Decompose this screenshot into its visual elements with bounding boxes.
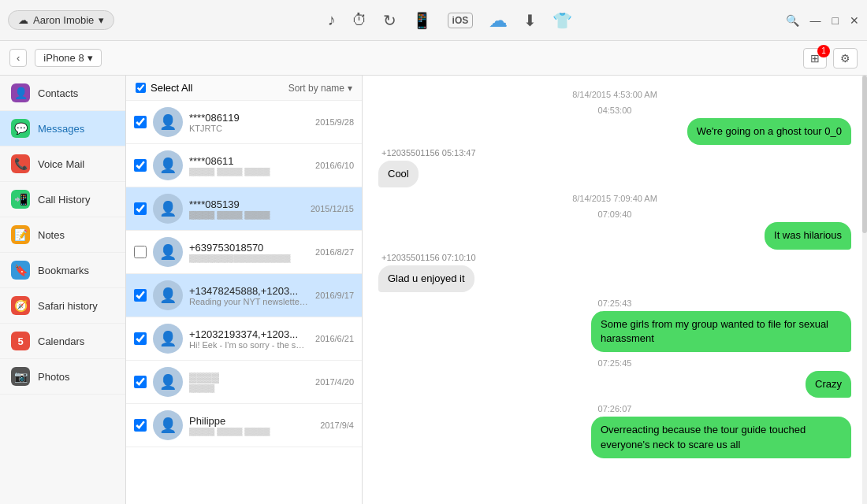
contact-info-4: +639753018570 ▓▓▓▓▓▓▓▓▓▓▓▓▓▓▓▓ [189, 242, 309, 263]
contact-info-3: ****085139 ▓▓▓▓ ▓▓▓▓ ▓▓▓▓ [189, 198, 304, 220]
contact-date-5: 2016/9/17 [315, 291, 354, 300]
cloud-icon[interactable]: ☁ [489, 9, 508, 32]
message-bubble: Some girls from my group wanted to file … [591, 311, 851, 352]
time-label-2: 07:09:40 [378, 209, 851, 219]
message-row: Cool [378, 161, 851, 187]
contact-item[interactable]: 👤 +13478245888,+1203... Reading your NYT… [126, 274, 362, 317]
contact-name-8: Philippe [189, 415, 314, 427]
sidebar-item-safari[interactable]: 🧭 Safari history [0, 288, 125, 324]
contact-checkbox-3[interactable] [134, 202, 147, 215]
title-bar-right: 🔍 — □ ✕ [786, 14, 859, 27]
messages-icon: 💬 [11, 119, 30, 138]
sidebar-item-messages[interactable]: 💬 Messages [0, 111, 125, 146]
date-separator-1: 8/14/2015 4:53:00 AM [378, 90, 851, 99]
contact-checkbox-6[interactable] [134, 332, 147, 345]
message-row: We're going on a ghost tour 0_0 [378, 118, 851, 145]
chat-area: 8/14/2015 4:53:00 AM 04:53:00 We're goin… [363, 76, 867, 504]
contact-items-list: 👤 ****086119 KTJRTC 2015/9/28 👤 ****0861… [126, 101, 362, 504]
contact-item[interactable]: 👤 +12032193374,+1203... Hi! Eek - I'm so… [126, 317, 362, 361]
minimize-button[interactable]: — [810, 14, 821, 27]
message-bubble: Overreacting because the tour guide touc… [591, 417, 851, 458]
contact-item[interactable]: 👤 Philippe ▓▓▓▓ ▓▓▓▓ ▓▓▓▓ 2017/9/4 [126, 404, 362, 447]
message-bubble: Glad u enjoyed it [378, 265, 474, 292]
contact-date-4: 2016/8/27 [315, 247, 354, 257]
download-icon[interactable]: ⬇ [523, 11, 537, 30]
contact-checkbox-8[interactable] [134, 419, 147, 432]
sidebar: 👤 Contacts 💬 Messages 📞 Voice Mail 📲 Cal… [0, 76, 126, 504]
contact-item[interactable]: 👤 ****085139 ▓▓▓▓ ▓▓▓▓ ▓▓▓▓ 2015/12/15 [126, 187, 362, 231]
contact-info-5: +13478245888,+1203... Reading your NYT n… [189, 285, 309, 306]
messages-label: Messages [38, 123, 84, 135]
contact-checkbox-7[interactable] [134, 376, 147, 388]
contact-date-2: 2016/6/10 [315, 161, 354, 170]
sender-label: +12035501156 07:10:10 [378, 253, 851, 262]
message-row: Glad u enjoyed it [378, 265, 851, 292]
sidebar-item-bookmarks[interactable]: 🔖 Bookmarks [0, 253, 125, 288]
contact-list: Select All Sort by name ▾ 👤 ****086119 K… [126, 76, 363, 504]
contact-item[interactable]: 👤 ▓▓▓▓ ▓▓▓▓ 2017/4/20 [126, 361, 362, 404]
sidebar-item-voicemail[interactable]: 📞 Voice Mail [0, 146, 125, 182]
sort-arrow-icon: ▾ [348, 83, 352, 94]
contacts-label: Contacts [38, 87, 78, 99]
history-icon[interactable]: ⏱ [352, 11, 367, 29]
sidebar-item-notes[interactable]: 📝 Notes [0, 217, 125, 253]
contact-checkbox-4[interactable] [134, 246, 147, 258]
sidebar-item-calendars[interactable]: 5 Calendars [0, 324, 125, 359]
toolbar: ‹ iPhone 8 ▾ ⊞ 1 ⚙ [0, 41, 867, 76]
sort-dropdown[interactable]: Sort by name ▾ [288, 83, 352, 94]
contact-item[interactable]: 👤 ****086119 KTJRTC 2015/9/28 [126, 101, 362, 144]
settings-button[interactable]: ⚙ [833, 48, 858, 69]
sidebar-item-contacts[interactable]: 👤 Contacts [0, 76, 125, 111]
tshirt-icon[interactable]: 👕 [553, 11, 572, 30]
date-separator-2: 8/14/2015 7:09:40 AM [378, 194, 851, 203]
contact-checkbox-5[interactable] [134, 289, 147, 302]
scrollbar-thumb[interactable] [862, 76, 867, 233]
search-button[interactable]: 🔍 [786, 14, 799, 27]
bookmarks-icon: 🔖 [11, 261, 30, 280]
contact-date-8: 2017/9/4 [320, 421, 354, 430]
message-bubble: Crazy [806, 371, 851, 398]
avatar-5: 👤 [153, 280, 183, 310]
calendars-icon: 5 [11, 332, 30, 350]
contact-list-header: Select All Sort by name ▾ [126, 76, 362, 101]
contact-preview-4: ▓▓▓▓▓▓▓▓▓▓▓▓▓▓▓▓ [189, 254, 309, 263]
contact-info-1: ****086119 KTJRTC [189, 112, 309, 133]
maximize-button[interactable]: □ [832, 14, 839, 27]
notes-icon: 📝 [11, 225, 30, 244]
scrollbar-track[interactable] [862, 76, 867, 504]
message-row: Some girls from my group wanted to file … [378, 311, 851, 352]
sort-label: Sort by name [288, 83, 344, 94]
device-selector[interactable]: iPhone 8 ▾ [35, 49, 101, 67]
sync-icon[interactable]: ↻ [383, 11, 396, 30]
contact-checkbox-2[interactable] [134, 159, 147, 172]
sender-label: +12035501156 05:13:47 [378, 148, 851, 158]
contact-preview-6: Hi! Eek - I'm so sorry - the subw... [189, 340, 309, 350]
account-button[interactable]: ☁ Aaron Imobie ▾ [8, 10, 114, 30]
contact-name-3: ****085139 [189, 198, 304, 210]
title-bar-left: ☁ Aaron Imobie ▾ [8, 10, 114, 30]
voicemail-label: Voice Mail [38, 158, 84, 170]
select-all-checkbox[interactable] [136, 83, 146, 93]
music-icon[interactable]: ♪ [328, 11, 336, 29]
contact-checkbox-1[interactable] [134, 116, 147, 128]
chat-scroll[interactable]: 8/14/2015 4:53:00 AM 04:53:00 We're goin… [363, 76, 867, 504]
contact-preview-3: ▓▓▓▓ ▓▓▓▓ ▓▓▓▓ [189, 210, 304, 220]
message-row: It was hilarious [378, 222, 851, 249]
contact-name-5: +13478245888,+1203... [189, 285, 309, 297]
voicemail-icon: 📞 [11, 154, 30, 173]
contact-item[interactable]: 👤 +639753018570 ▓▓▓▓▓▓▓▓▓▓▓▓▓▓▓▓ 2016/8/… [126, 231, 362, 274]
sidebar-item-callhistory[interactable]: 📲 Call History [0, 182, 125, 217]
sidebar-item-photos[interactable]: 📷 Photos [0, 359, 125, 395]
contact-item[interactable]: 👤 ****08611 ▓▓▓▓ ▓▓▓▓ ▓▓▓▓ 2016/6/10 [126, 144, 362, 187]
avatar-4: 👤 [153, 237, 183, 267]
time-label-5: 07:26:07 [378, 404, 851, 413]
phone-icon[interactable]: 📱 [412, 11, 432, 30]
back-button[interactable]: ‹ [9, 49, 27, 67]
contact-info-7: ▓▓▓▓ ▓▓▓▓ [189, 372, 309, 393]
notes-label: Notes [38, 229, 65, 241]
close-button[interactable]: ✕ [850, 14, 859, 27]
account-name: Aaron Imobie [33, 14, 94, 26]
ios-label[interactable]: iOS [448, 13, 474, 28]
contact-name-1: ****086119 [189, 112, 309, 124]
contact-info-2: ****08611 ▓▓▓▓ ▓▓▓▓ ▓▓▓▓ [189, 155, 309, 176]
